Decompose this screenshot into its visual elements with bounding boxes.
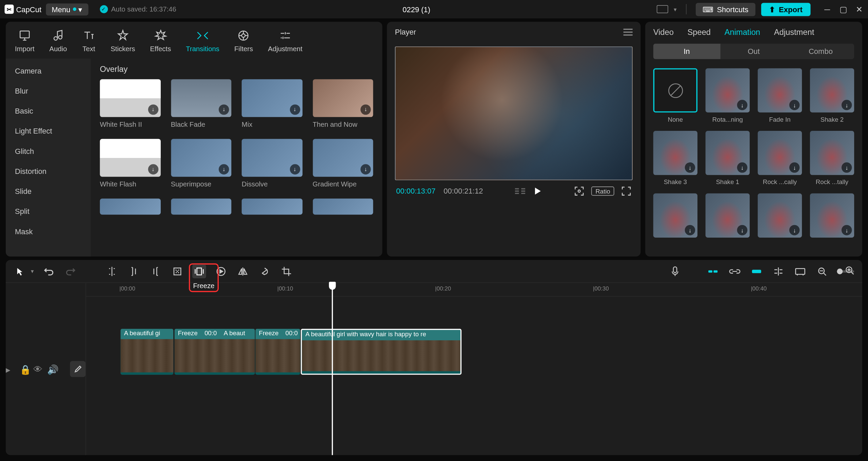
compare-icon[interactable] (515, 187, 525, 195)
download-icon[interactable]: ↓ (737, 225, 747, 235)
speaker-icon[interactable]: 🔊 (47, 364, 56, 374)
anim-subtab-out[interactable]: Out (720, 44, 787, 59)
preview-icon[interactable] (793, 264, 807, 278)
transition-item[interactable] (100, 199, 161, 215)
asset-tab-audio[interactable]: Audio (42, 26, 74, 55)
category-light-effect[interactable]: Light Effect (6, 121, 91, 141)
download-icon[interactable]: ↓ (360, 104, 371, 115)
select-tool[interactable] (14, 264, 28, 278)
crop-tool[interactable] (279, 264, 293, 278)
category-camera[interactable]: Camera (6, 61, 91, 81)
trim-right-tool[interactable] (149, 264, 162, 278)
animation-item[interactable]: ↓ (758, 194, 802, 241)
download-icon[interactable]: ↓ (148, 104, 158, 115)
mirror-tool[interactable] (236, 264, 250, 278)
link-icon[interactable] (728, 264, 742, 278)
download-icon[interactable]: ↓ (789, 162, 800, 173)
download-icon[interactable]: ↓ (685, 162, 695, 173)
download-icon[interactable]: ↓ (148, 164, 158, 174)
timeline-tracks[interactable]: |00:00|00:10|00:20|00:30|00:40 A beautif… (86, 283, 862, 455)
asset-tab-transitions[interactable]: Transitions (179, 26, 226, 55)
download-icon[interactable]: ↓ (360, 164, 371, 174)
transition-item[interactable]: ↓Superimpose (171, 139, 232, 188)
timeline-ruler[interactable]: |00:00|00:10|00:20|00:30|00:40 (86, 283, 862, 297)
eye-icon[interactable]: 👁 (33, 364, 42, 374)
category-blur[interactable]: Blur (6, 81, 91, 101)
focus-icon[interactable] (574, 186, 585, 196)
download-icon[interactable]: ↓ (219, 164, 229, 174)
zoom-in-icon[interactable] (845, 266, 854, 275)
animation-item[interactable]: None (653, 68, 697, 123)
transition-item[interactable]: ↓Black Fade (171, 79, 232, 128)
download-icon[interactable]: ↓ (737, 100, 747, 110)
menu-button[interactable]: Menu ▾ (46, 3, 88, 15)
download-icon[interactable]: ↓ (789, 100, 800, 110)
lock-icon[interactable]: 🔒 (20, 364, 29, 374)
transition-item[interactable] (242, 199, 302, 215)
chevron-down-icon[interactable]: ▾ (31, 268, 34, 275)
category-basic[interactable]: Basic (6, 101, 91, 121)
prop-tab-adjustment[interactable]: Adjustment (774, 27, 814, 37)
download-icon[interactable]: ↓ (842, 225, 852, 235)
animation-item[interactable]: ↓Rock ...tally (810, 131, 854, 185)
transition-item[interactable]: ↓Dissolve (242, 139, 302, 188)
animation-item[interactable]: ↓Shake 1 (706, 131, 750, 185)
zoom-out-icon[interactable] (815, 264, 829, 278)
freeze-tool[interactable] (192, 264, 206, 278)
animation-item[interactable]: ↓ (810, 194, 854, 241)
asset-tab-adjustment[interactable]: Adjustment (261, 26, 309, 55)
playhead[interactable] (332, 283, 333, 455)
chevron-down-icon[interactable]: ▾ (674, 6, 676, 13)
category-mask[interactable]: Mask (6, 221, 91, 241)
download-icon[interactable]: ↓ (789, 225, 800, 235)
transition-item[interactable] (171, 199, 232, 215)
asset-tab-stickers[interactable]: Stickers (104, 26, 142, 55)
animation-item[interactable]: ↓Fade In (758, 68, 802, 123)
animation-item[interactable]: ↓Shake 2 (810, 68, 854, 123)
shortcuts-button[interactable]: ⌨ Shortcuts (696, 3, 755, 16)
asset-tab-effects[interactable]: Effects (143, 26, 178, 55)
transition-item[interactable]: ↓Then and Now (313, 79, 373, 128)
player-menu-icon[interactable] (624, 28, 633, 35)
maximize-button[interactable]: ▢ (839, 5, 847, 13)
asset-tab-import[interactable]: Import (8, 26, 41, 55)
transition-item[interactable]: ↓Mix (242, 79, 302, 128)
anim-subtab-in[interactable]: In (653, 44, 721, 59)
timeline-clip[interactable]: A beautiful girl with wavy hair is happy… (301, 329, 461, 375)
undo-button[interactable] (42, 264, 56, 278)
download-icon[interactable]: ↓ (219, 104, 229, 115)
timeline-clip[interactable]: A beautiful gi (121, 329, 174, 375)
download-icon[interactable]: ↓ (737, 162, 747, 173)
download-icon[interactable]: ↓ (842, 162, 852, 173)
animation-item[interactable]: ↓Shake 3 (653, 131, 697, 185)
download-icon[interactable]: ↓ (290, 164, 300, 174)
category-split[interactable]: Split (6, 201, 91, 221)
split-tool[interactable] (105, 264, 119, 278)
edit-track-button[interactable] (70, 361, 86, 377)
mic-icon[interactable] (668, 264, 682, 278)
layout-icon[interactable] (657, 5, 668, 13)
prop-tab-animation[interactable]: Animation (725, 27, 760, 37)
transition-item[interactable] (313, 199, 373, 215)
close-button[interactable]: ✕ (855, 5, 864, 13)
animation-item[interactable]: ↓Rock ...cally (758, 131, 802, 185)
asset-tab-filters[interactable]: Filters (228, 26, 260, 55)
prop-tab-speed[interactable]: Speed (687, 27, 711, 37)
prop-tab-video[interactable]: Video (653, 27, 674, 37)
delete-tool[interactable] (171, 264, 184, 278)
transition-item[interactable]: ↓Gradient Wipe (313, 139, 373, 188)
reverse-tool[interactable] (214, 264, 228, 278)
export-button[interactable]: ⬆ Export (761, 3, 811, 16)
redo-button[interactable] (64, 264, 78, 278)
ratio-button[interactable]: Ratio (591, 186, 614, 196)
track-video-icon[interactable]: ▸ (6, 364, 15, 374)
anim-subtab-combo[interactable]: Combo (787, 44, 854, 59)
snap-icon[interactable] (750, 264, 764, 278)
animation-item[interactable]: ↓ (653, 194, 697, 241)
timeline-clip[interactable]: Freeze00:0 (255, 329, 300, 375)
minimize-button[interactable]: ─ (823, 5, 831, 13)
align-icon[interactable] (771, 264, 785, 278)
download-icon[interactable]: ↓ (842, 100, 852, 110)
video-preview[interactable] (395, 46, 633, 180)
animation-item[interactable]: ↓Rota...ning (706, 68, 750, 123)
